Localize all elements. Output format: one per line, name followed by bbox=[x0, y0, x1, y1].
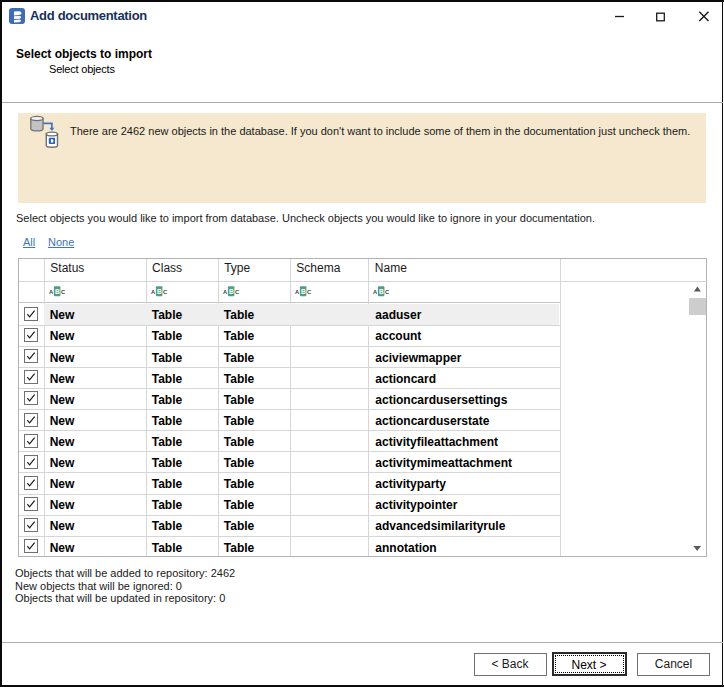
svg-text:C: C bbox=[385, 288, 390, 294]
svg-text:B: B bbox=[54, 288, 59, 295]
svg-text:A: A bbox=[223, 288, 228, 294]
svg-text:C: C bbox=[235, 288, 240, 294]
svg-text:C: C bbox=[61, 288, 66, 294]
svg-text:B: B bbox=[228, 288, 233, 295]
svg-text:B: B bbox=[300, 288, 305, 295]
svg-text:A: A bbox=[295, 288, 300, 294]
svg-text:C: C bbox=[163, 288, 168, 294]
svg-text:B: B bbox=[379, 288, 384, 295]
svg-text:A: A bbox=[151, 288, 156, 294]
svg-text:B: B bbox=[156, 288, 161, 295]
svg-text:A: A bbox=[49, 288, 54, 294]
svg-text:A: A bbox=[373, 288, 378, 294]
svg-text:C: C bbox=[307, 288, 312, 294]
